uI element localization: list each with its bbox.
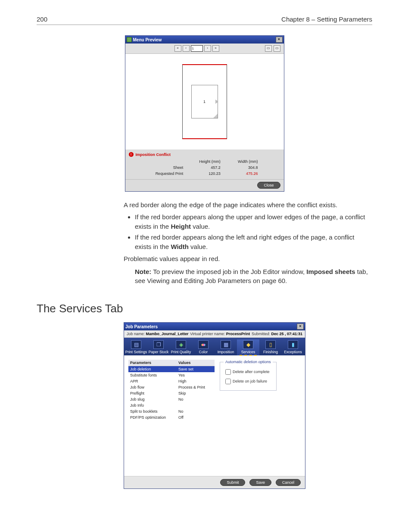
table-row[interactable]: Job slugNo: [128, 396, 215, 402]
note: Note: To preview the imposed job in the …: [135, 267, 372, 286]
warning-icon: !: [129, 152, 134, 157]
row-requested-label: Requested Print: [149, 171, 186, 177]
finishing-icon: [265, 340, 276, 349]
table-row[interactable]: PreflightSkip: [128, 390, 215, 396]
chapter-title: Chapter 8 – Setting Parameters: [281, 16, 372, 23]
tab-print-quality[interactable]: Print Quality: [170, 339, 192, 355]
close-icon[interactable]: ×: [297, 324, 304, 330]
checkbox-delete-failure[interactable]: Delete on job failure: [224, 377, 273, 386]
tab-print-settings[interactable]: Print Settings: [125, 339, 147, 355]
tab-finishing[interactable]: Finishing: [259, 339, 282, 355]
tab-color[interactable]: Color: [192, 339, 215, 355]
options-legend: Automatic deletion options: [224, 360, 273, 364]
dialog-title: Menu Preview: [133, 37, 162, 42]
titlebar: Menu Preview ×: [125, 36, 284, 44]
page-corner-icon: [213, 114, 218, 118]
page-number: 200: [37, 16, 47, 23]
cancel-button[interactable]: Cancel: [276, 479, 301, 486]
preview-canvas: 1: [125, 54, 284, 149]
table-row[interactable]: Job deletionSave set: [128, 366, 215, 372]
color-icon: [198, 340, 209, 349]
paper-stock-icon: [153, 340, 164, 349]
list-item: If the red border appears along the left…: [135, 233, 372, 252]
options-panel: Automatic deletion options Delete after …: [219, 360, 277, 450]
page-label: 1: [203, 100, 206, 104]
print-settings-icon: [131, 340, 141, 349]
view-mode-b-button[interactable]: ▭: [274, 45, 280, 52]
sheet-width: 304.8: [223, 165, 261, 171]
page-header: 200 Chapter 8 – Setting Parameters: [37, 16, 372, 25]
first-page-button[interactable]: «: [174, 45, 181, 52]
last-page-button[interactable]: »: [212, 45, 219, 52]
tab-strip: Print Settings Paper Stock Print Quality…: [124, 338, 305, 355]
col-values: Values: [177, 360, 215, 366]
conflict-label: Imposition Conflict: [136, 152, 171, 157]
exceptions-icon: [288, 340, 298, 349]
submit-button[interactable]: Submit: [220, 479, 245, 486]
paragraph: Problematic values appear in red.: [124, 254, 372, 264]
conflict-warning: ! Imposition Conflict: [125, 149, 284, 158]
close-button[interactable]: Close: [257, 182, 280, 189]
checkbox-delete-complete[interactable]: Delete after complete: [224, 368, 273, 376]
services-icon: [243, 340, 253, 349]
page-number-input[interactable]: 1: [191, 45, 203, 52]
measurement-table: Height (mm) Width (mm) Sheet 457.2 304.8…: [149, 159, 261, 177]
prev-page-button[interactable]: ‹: [183, 45, 190, 52]
sheet-outline: 1: [182, 64, 227, 139]
table-row[interactable]: APRHigh: [128, 378, 215, 384]
col-parameters: Parameters: [128, 360, 177, 366]
col-width: Width (mm): [223, 159, 261, 165]
paragraph: A red border along the edge of the page …: [124, 200, 372, 210]
next-page-button[interactable]: ›: [204, 45, 211, 52]
job-info-bar: Job name: Mambo_Journal_Letter Virtual p…: [124, 330, 305, 338]
table-row[interactable]: Job Info: [128, 402, 215, 408]
table-row[interactable]: Split to bookletsNo: [128, 408, 215, 414]
row-sheet-label: Sheet: [149, 165, 186, 171]
tab-services[interactable]: Services: [237, 339, 259, 355]
titlebar: Job Parameters ×: [124, 323, 305, 330]
dialog-title: Job Parameters: [125, 324, 158, 329]
arrow-right-icon: [215, 100, 218, 104]
print-quality-icon: [176, 340, 186, 349]
tab-paper-stock[interactable]: Paper Stock: [147, 339, 170, 355]
view-mode-a-button[interactable]: ▭: [265, 45, 272, 52]
app-icon: [127, 37, 132, 42]
table-row[interactable]: Job flowProcess & Print: [128, 384, 215, 390]
sheet-height: 457.2: [186, 165, 223, 171]
table-row[interactable]: PDF/PS optimizationOff: [128, 414, 215, 420]
page-thumbnail: 1: [191, 85, 218, 118]
parameters-table: Parameters Values Job deletionSave setSu…: [128, 360, 215, 450]
requested-height: 120.23: [186, 171, 223, 177]
menu-preview-dialog: Menu Preview × « ‹ 1 › » ▭ ▭ 1: [125, 35, 284, 192]
job-parameters-dialog: Job Parameters × Job name: Mambo_Journal…: [124, 322, 305, 489]
section-heading: The Services Tab: [37, 302, 372, 315]
col-height: Height (mm): [186, 159, 223, 165]
preview-toolbar: « ‹ 1 › » ▭ ▭: [125, 44, 284, 54]
tab-exceptions[interactable]: Exceptions: [282, 339, 304, 355]
tab-imposition[interactable]: Imposition: [215, 339, 237, 355]
close-icon[interactable]: ×: [276, 37, 283, 43]
save-button[interactable]: Save: [249, 479, 271, 486]
table-row[interactable]: Substitute fontsYes: [128, 372, 215, 378]
list-item: If the red border appears along the uppe…: [135, 212, 372, 231]
imposition-icon: [221, 340, 231, 349]
requested-width: 475.26: [223, 171, 261, 177]
